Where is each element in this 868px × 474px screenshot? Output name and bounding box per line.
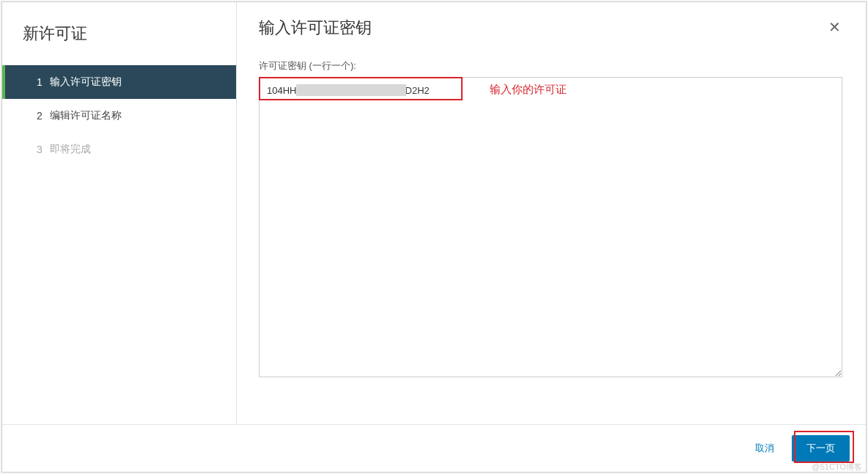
annotation-text: 输入你的许可证: [490, 83, 567, 97]
main-header: 输入许可证密钥 ✕: [259, 17, 844, 39]
sidebar-title: 新许可证: [2, 17, 236, 65]
step-label: 编辑许可证名称: [50, 109, 122, 122]
step-edit-license-name[interactable]: 2 编辑许可证名称: [4, 99, 236, 133]
textarea-wrapper: 输入你的许可证: [259, 77, 844, 380]
step-number: 1: [37, 76, 50, 88]
new-license-dialog: 新许可证 1 输入许可证密钥 2 编辑许可证名称 3 即将完成 输入许可证密钥: [1, 1, 867, 473]
next-button[interactable]: 下一页: [792, 435, 850, 462]
step-enter-license-key[interactable]: 1 输入许可证密钥: [4, 65, 236, 99]
step-label: 输入许可证密钥: [50, 75, 122, 89]
page-title: 输入许可证密钥: [259, 17, 372, 39]
step-number: 3: [37, 144, 50, 155]
wizard-main: 输入许可证密钥 ✕ 许可证密钥 (一行一个): 输入你的许可证: [237, 2, 866, 424]
cancel-button[interactable]: 取消: [751, 436, 779, 461]
step-label: 即将完成: [50, 143, 91, 156]
close-icon: ✕: [828, 19, 841, 35]
license-key-textarea[interactable]: [259, 77, 842, 377]
dialog-body: 新许可证 1 输入许可证密钥 2 编辑许可证名称 3 即将完成 输入许可证密钥: [2, 2, 866, 424]
close-button[interactable]: ✕: [825, 17, 844, 37]
step-almost-done: 3 即将完成: [4, 133, 236, 166]
dialog-footer: 取消 下一页: [2, 424, 866, 472]
license-key-label: 许可证密钥 (一行一个):: [259, 59, 844, 73]
wizard-steps: 1 输入许可证密钥 2 编辑许可证名称 3 即将完成: [2, 65, 236, 166]
step-number: 2: [37, 110, 50, 122]
wizard-sidebar: 新许可证 1 输入许可证密钥 2 编辑许可证名称 3 即将完成: [2, 2, 237, 424]
